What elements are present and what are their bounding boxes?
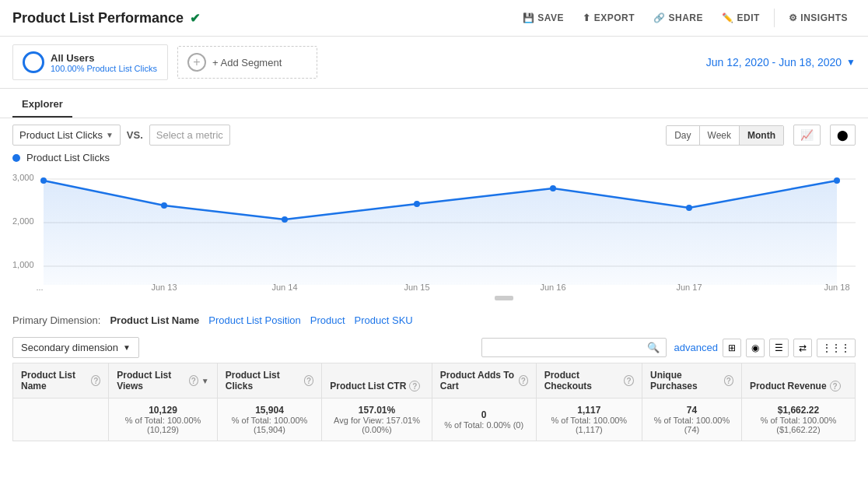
totals-checkouts-cell: 1,117 % of Total: 100.00% (1,117) <box>536 398 642 441</box>
pie-view-button[interactable]: ◉ <box>746 339 765 357</box>
svg-text:Jun 17: Jun 17 <box>676 283 702 292</box>
help-icon[interactable]: ? <box>624 375 634 386</box>
edit-icon: ✏️ <box>722 12 734 23</box>
totals-clicks-sub: % of Total: 100.00% (15,904) <box>226 416 314 434</box>
secondary-metric-placeholder: Select a metric <box>156 129 223 141</box>
help-icon[interactable]: ? <box>304 375 314 386</box>
svg-point-10 <box>414 201 420 207</box>
chevron-down-icon: ▼ <box>106 131 114 139</box>
totals-row: 10,129 % of Total: 100.00% (10,129) 15,9… <box>13 398 856 441</box>
list-view-button[interactable]: ☰ <box>769 339 789 357</box>
date-range-selector[interactable]: Jun 12, 2020 - Jun 18, 2020 ▼ <box>706 56 856 68</box>
compare-view-button[interactable]: ⇄ <box>793 339 812 357</box>
svg-point-9 <box>282 216 288 223</box>
col-header-revenue: Product Revenue ? <box>741 363 855 398</box>
chart-legend: Product List Clicks <box>12 152 856 163</box>
chart-scroll-handle[interactable] <box>12 296 856 300</box>
month-period-button[interactable]: Month <box>740 126 783 145</box>
chart-controls: Product List Clicks ▼ VS. Select a metri… <box>0 118 868 152</box>
table-right-controls: 🔍 advanced ⊞ ◉ ☰ ⇄ ⋮⋮⋮ <box>481 338 856 357</box>
svg-text:Jun 18: Jun 18 <box>824 283 849 292</box>
legend-label: Product List Clicks <box>26 152 110 163</box>
help-icon[interactable]: ? <box>519 375 528 386</box>
segment-name: All Users <box>51 52 157 64</box>
svg-text:Jun 15: Jun 15 <box>404 283 429 292</box>
segment-info: All Users 100.00% Product List Clicks <box>51 52 157 73</box>
metric-select-dropdown[interactable]: Product List Clicks ▼ <box>12 125 121 146</box>
help-icon[interactable]: ? <box>91 375 100 386</box>
primary-dimension-row: Primary Dimension: Product List Name Pro… <box>0 307 868 332</box>
totals-views-main: 10,129 <box>117 405 209 416</box>
options-button[interactable]: ⋮⋮⋮ <box>817 339 856 357</box>
vs-label: VS. <box>127 129 143 141</box>
totals-clicks-cell: 15,904 % of Total: 100.00% (15,904) <box>217 398 322 441</box>
help-icon[interactable]: ? <box>724 375 733 386</box>
line-chart-button[interactable]: 📈 <box>793 125 821 146</box>
legend-dot <box>12 154 20 162</box>
sort-icon[interactable]: ▼ <box>201 377 209 385</box>
primary-dim-position[interactable]: Product List Position <box>208 314 301 326</box>
totals-ctr-cell: 157.01% Avg for View: 157.01% (0.00%) <box>322 398 432 441</box>
chart-controls-right: Day Week Month 📈 ⬤ <box>666 125 856 146</box>
totals-adds-main: 0 <box>440 409 528 420</box>
svg-text:Jun 13: Jun 13 <box>151 283 177 292</box>
day-period-button[interactable]: Day <box>667 126 699 145</box>
explorer-tab[interactable]: Explorer <box>12 92 72 118</box>
data-table-container: Product List Name ? Product List Views ?… <box>0 363 868 441</box>
table-header-row: Product List Name ? Product List Views ?… <box>13 363 856 398</box>
period-button-group: Day Week Month <box>666 125 784 146</box>
svg-point-13 <box>834 177 840 184</box>
chevron-down-icon: ▼ <box>846 57 856 68</box>
edit-button[interactable]: ✏️ EDIT <box>714 8 768 28</box>
help-icon[interactable]: ? <box>409 381 420 391</box>
segments-bar: All Users 100.00% Product List Clicks + … <box>0 37 868 89</box>
advanced-link[interactable]: advanced <box>674 342 718 353</box>
help-icon[interactable]: ? <box>189 375 198 386</box>
save-button[interactable]: 💾 SAVE <box>515 8 572 28</box>
segment-icon <box>23 51 44 73</box>
secondary-dimension-button[interactable]: Secondary dimension ▼ <box>12 337 139 358</box>
page-title: Product List Performance <box>12 10 184 26</box>
export-button[interactable]: ⬆ EXPORT <box>575 8 642 28</box>
totals-clicks-main: 15,904 <box>226 405 314 416</box>
col-header-purchases: Unique Purchases ? <box>642 363 742 398</box>
primary-dim-label: Primary Dimension: <box>12 314 100 326</box>
all-users-segment[interactable]: All Users 100.00% Product List Clicks <box>12 44 168 80</box>
svg-point-12 <box>686 205 692 211</box>
search-icon: 🔍 <box>647 342 660 353</box>
help-icon[interactable]: ? <box>830 381 841 391</box>
segments-left: All Users 100.00% Product List Clicks + … <box>12 44 317 80</box>
primary-dim-product[interactable]: Product <box>310 314 345 326</box>
col-header-name: Product List Name ? <box>13 363 109 398</box>
export-icon: ⬆ <box>583 12 591 23</box>
svg-text:1,000: 1,000 <box>12 260 34 269</box>
primary-dim-sku[interactable]: Product SKU <box>355 314 413 326</box>
primary-dim-name[interactable]: Product List Name <box>110 314 199 326</box>
secondary-dim-label: Secondary dimension <box>21 342 118 353</box>
chevron-down-icon: ▼ <box>123 343 131 352</box>
totals-purchases-cell: 74 % of Total: 100.00% (74) <box>642 398 742 441</box>
share-button[interactable]: 🔗 SHARE <box>646 8 711 28</box>
secondary-metric-select[interactable]: Select a metric <box>149 125 230 146</box>
verified-icon: ✔ <box>190 11 200 26</box>
save-icon: 💾 <box>523 12 535 23</box>
svg-point-7 <box>40 177 47 184</box>
totals-revenue-cell: $1,662.22 % of Total: 100.00% ($1,662.22… <box>741 398 855 441</box>
week-period-button[interactable]: Week <box>700 126 740 145</box>
totals-ctr-sub: Avg for View: 157.01% (0.00%) <box>330 416 423 434</box>
search-box: 🔍 <box>481 338 667 357</box>
totals-revenue-sub: % of Total: 100.00% ($1,662.22) <box>750 416 847 434</box>
svg-text:Jun 14: Jun 14 <box>271 283 297 292</box>
search-input[interactable] <box>488 342 644 353</box>
segment-sub: 100.00% Product List Clicks <box>51 64 157 73</box>
col-header-views: Product List Views ? ▼ <box>109 363 218 398</box>
header-actions: 💾 SAVE ⬆ EXPORT 🔗 SHARE ✏️ EDIT ⚙ INSIGH… <box>515 8 856 28</box>
col-header-adds: Product Adds To Cart ? <box>432 363 536 398</box>
pie-chart-button[interactable]: ⬤ <box>830 125 856 146</box>
svg-point-8 <box>161 202 167 209</box>
add-segment-button[interactable]: + + Add Segment <box>177 46 317 79</box>
grid-view-button[interactable]: ⊞ <box>723 339 741 357</box>
totals-revenue-main: $1,662.22 <box>750 405 847 416</box>
insights-button[interactable]: ⚙ INSIGHTS <box>781 8 856 28</box>
col-header-clicks: Product List Clicks ? <box>217 363 322 398</box>
